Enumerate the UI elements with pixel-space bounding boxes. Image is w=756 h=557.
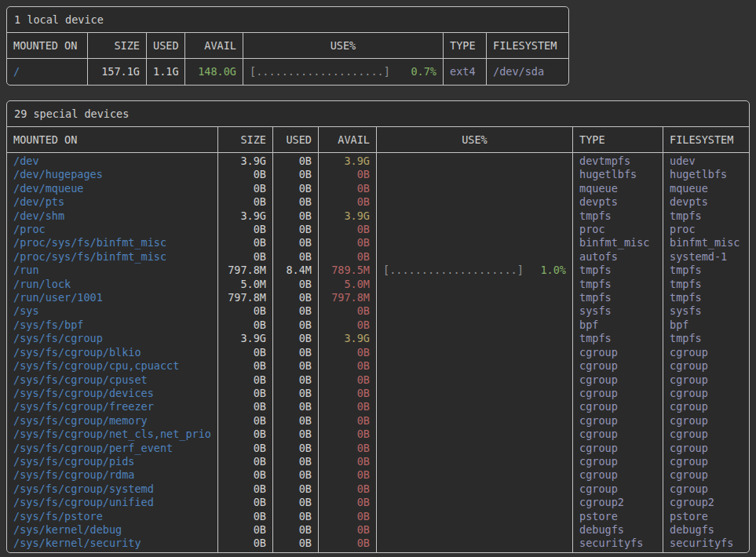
size-cell: 3.9G — [218, 332, 273, 345]
device-row: /sys/fs/cgroup/pids0B0B0Bcgroupcgroup — [7, 455, 749, 468]
type-cell: cgroup — [573, 373, 663, 387]
device-row: /run/lock5.0M0B5.0Mtmpfstmpfs — [7, 278, 749, 291]
col-header-use-: USE% — [243, 33, 444, 58]
used-cell: 0B — [273, 278, 319, 291]
avail-cell: 0B — [319, 250, 377, 264]
mount-cell: /sys/fs/cgroup/net_cls,net_prio — [7, 428, 218, 441]
filesystem-cell: cgroup — [663, 468, 749, 482]
col-header-mounted-on: MOUNTED ON — [7, 127, 218, 152]
avail-cell: 0B — [319, 182, 377, 195]
usage-bar-cell — [377, 428, 573, 441]
used-cell: 0B — [273, 332, 319, 345]
usage-bar-cell — [377, 195, 573, 209]
filesystem-cell: mqueue — [663, 182, 749, 195]
used-cell: 0B — [273, 209, 319, 223]
mount-cell: / — [7, 59, 88, 85]
avail-cell: 0B — [319, 319, 377, 332]
type-cell: cgroup — [573, 442, 663, 455]
filesystem-cell: cgroup — [663, 387, 749, 400]
table-header-row: MOUNTED ONSIZEUSEDAVAILUSE%TYPEFILESYSTE… — [7, 33, 568, 59]
usage-bar-cell — [377, 250, 573, 264]
usage-bar-cell — [377, 359, 573, 373]
filesystem-cell: cgroup — [663, 455, 749, 468]
filesystem-cell: cgroup — [663, 428, 749, 441]
avail-cell: 3.9G — [319, 332, 377, 345]
local-devices-title: 1 local device — [7, 7, 568, 33]
usage-bar: [....................] — [250, 59, 390, 85]
mount-cell: /sys/fs/cgroup/systemd — [7, 482, 218, 496]
avail-cell: 0B — [319, 442, 377, 455]
type-cell: cgroup — [573, 428, 663, 441]
usage-bar-cell — [377, 455, 573, 468]
avail-cell: 0B — [319, 223, 377, 236]
usage-bar-cell — [377, 442, 573, 455]
avail-cell: 0B — [319, 537, 377, 552]
filesystem-cell: binfmt_misc — [663, 236, 749, 249]
mount-cell: /sys/fs/bpf — [7, 319, 218, 332]
mount-cell: /sys/fs/cgroup/rdma — [7, 468, 218, 482]
device-row: /sys/fs/cgroup/cpu,cpuacct0B0B0Bcgroupcg… — [7, 359, 749, 373]
type-cell: proc — [573, 223, 663, 236]
used-cell: 0B — [273, 291, 319, 304]
used-cell: 0B — [273, 250, 319, 264]
avail-cell: 0B — [319, 496, 377, 509]
mount-cell: /run/user/1001 — [7, 291, 218, 304]
size-cell: 0B — [218, 236, 273, 249]
usage-bar-cell — [377, 400, 573, 413]
used-cell: 0B — [273, 304, 319, 318]
size-cell: 0B — [218, 414, 273, 428]
filesystem-cell: tmpfs — [663, 209, 749, 223]
mount-cell: /sys/fs/cgroup/cpuset — [7, 373, 218, 387]
usage-bar-cell — [377, 182, 573, 195]
filesystem-cell: tmpfs — [663, 332, 749, 345]
type-cell: tmpfs — [573, 209, 663, 223]
mount-cell: /sys/fs/cgroup/perf_event — [7, 442, 218, 455]
filesystem-cell: tmpfs — [663, 291, 749, 304]
used-cell: 0B — [273, 442, 319, 455]
used-cell: 0B — [273, 346, 319, 359]
mount-cell: /dev — [7, 153, 218, 168]
device-row: /sys/fs/cgroup/net_cls,net_prio0B0B0Bcgr… — [7, 428, 749, 441]
device-row: /dev/hugepages0B0B0Bhugetlbfshugetlbfs — [7, 168, 749, 181]
mount-cell: /run/lock — [7, 278, 218, 291]
size-cell: 0B — [218, 496, 273, 509]
usage-bar: [....................] — [383, 264, 524, 277]
local-devices-panel: 1 local device MOUNTED ONSIZEUSEDAVAILUS… — [6, 6, 569, 86]
size-cell: 797.8M — [218, 264, 273, 277]
size-cell: 0B — [218, 319, 273, 332]
usage-percent: 1.0% — [540, 264, 566, 277]
filesystem-cell: tmpfs — [663, 278, 749, 291]
type-cell: cgroup — [573, 468, 663, 482]
avail-cell: 0B — [319, 195, 377, 209]
mount-cell: /sys/fs/cgroup/devices — [7, 387, 218, 400]
device-row: /dev/shm3.9G0B3.9Gtmpfstmpfs — [7, 209, 749, 223]
device-row: /proc/sys/fs/binfmt_misc0B0B0Bautofssyst… — [7, 250, 749, 264]
type-cell: cgroup2 — [573, 496, 663, 509]
device-row: /dev3.9G0B3.9Gdevtmpfsudev — [7, 153, 749, 168]
usage-bar-cell — [377, 236, 573, 249]
mount-cell: /proc/sys/fs/binfmt_misc — [7, 250, 218, 264]
mount-cell: /sys/fs/pstore — [7, 510, 218, 523]
usage-bar-cell — [377, 468, 573, 482]
size-cell: 0B — [218, 455, 273, 468]
size-cell: 3.9G — [218, 153, 273, 168]
col-header-size: SIZE — [88, 33, 147, 58]
filesystem-cell: cgroup — [663, 442, 749, 455]
used-cell: 8.4M — [273, 264, 319, 277]
special-devices-body: /dev3.9G0B3.9Gdevtmpfsudev/dev/hugepages… — [7, 153, 749, 552]
usage-bar-cell — [377, 414, 573, 428]
usage-bar-cell — [377, 537, 573, 552]
type-cell: cgroup — [573, 455, 663, 468]
usage-bar-cell — [377, 346, 573, 359]
filesystem-cell: proc — [663, 223, 749, 236]
used-cell: 0B — [273, 195, 319, 209]
type-cell: devtmpfs — [573, 153, 663, 168]
avail-cell: 3.9G — [319, 153, 377, 168]
device-row: /sys/fs/pstore0B0B0Bpstorepstore — [7, 510, 749, 523]
device-row: /sys/fs/cgroup/perf_event0B0B0Bcgroupcgr… — [7, 442, 749, 455]
mount-cell: /dev/mqueue — [7, 182, 218, 195]
filesystem-cell: /dev/sda — [487, 59, 568, 85]
filesystem-cell: cgroup — [663, 482, 749, 496]
type-cell: cgroup — [573, 482, 663, 496]
used-cell: 0B — [273, 414, 319, 428]
